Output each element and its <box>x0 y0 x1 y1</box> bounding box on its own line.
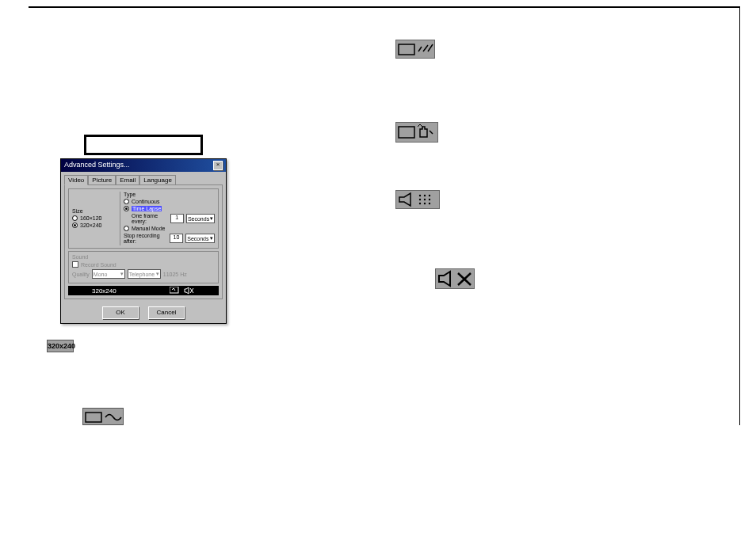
size-320[interactable]: 320×240 <box>72 222 116 228</box>
caption-placeholder <box>84 135 203 155</box>
svg-rect-2 <box>399 44 414 55</box>
stop-unit-select[interactable]: Seconds <box>185 234 215 243</box>
page-border: Advanced Settings... × Video Picture Ema… <box>29 6 740 425</box>
one-frame-label: One frame every: <box>132 213 168 224</box>
advanced-settings-dialog: Advanced Settings... × Video Picture Ema… <box>60 158 227 324</box>
manual-type-icon <box>395 122 438 143</box>
svg-point-4 <box>419 195 421 196</box>
ok-button[interactable]: OK <box>102 306 139 319</box>
screen-mini-icon <box>170 287 181 295</box>
quality-tele-select: Telephone <box>128 269 161 279</box>
status-size: 320x240 <box>92 287 116 295</box>
frame-value-input[interactable]: 1 <box>170 214 184 223</box>
left-column: Advanced Settings... × Video Picture Ema… <box>44 40 346 425</box>
sound-on-icon <box>395 190 440 209</box>
size-legend: Size <box>72 208 116 214</box>
svg-point-10 <box>419 203 421 204</box>
cancel-button[interactable]: Cancel <box>148 306 185 319</box>
tab-language[interactable]: Language <box>139 175 176 184</box>
svg-rect-0 <box>170 287 178 293</box>
type-manual[interactable]: Manual Mode <box>124 226 215 231</box>
svg-point-8 <box>424 199 426 200</box>
fieldset-size-type: Size 160×120 320×240 Type Continuous Tim… <box>68 188 219 249</box>
tab-picture[interactable]: Picture <box>88 175 116 184</box>
size-160[interactable]: 160×120 <box>72 215 116 221</box>
svg-point-9 <box>429 199 430 200</box>
record-sound-checkbox[interactable] <box>72 261 78 268</box>
quality-mono-select: Mono <box>92 269 125 279</box>
svg-point-7 <box>419 199 421 200</box>
size-badge-320: 320x240 <box>47 340 74 352</box>
dialog-title-text: Advanced Settings... <box>64 161 130 170</box>
sound-off-icon <box>435 268 475 289</box>
dialog-status-bar: 320x240 <box>68 286 219 295</box>
tab-video[interactable]: Video <box>64 175 88 185</box>
svg-rect-1 <box>86 413 101 422</box>
dialog-buttons: OK Cancel <box>61 302 226 323</box>
frame-unit-select[interactable]: Seconds <box>186 214 215 223</box>
sound-legend: Sound <box>72 254 215 260</box>
type-legend: Type <box>124 192 215 197</box>
svg-point-5 <box>424 195 426 196</box>
close-icon[interactable]: × <box>213 161 223 170</box>
stop-label: Stop recording after: <box>124 233 167 244</box>
size-group: Size 160×120 320×240 <box>72 208 116 230</box>
type-continuous[interactable]: Continuous <box>124 199 215 204</box>
stop-value-input[interactable]: 10 <box>170 234 184 243</box>
dialog-tabs: Video Picture Email Language <box>61 175 226 184</box>
svg-point-12 <box>429 203 430 204</box>
quality-hz: 11025 Hz <box>163 272 187 277</box>
type-group: Type Continuous Time Lapse One frame eve… <box>120 192 215 245</box>
continuous-type-icon <box>82 408 124 425</box>
tab-email[interactable]: Email <box>116 175 139 184</box>
right-column <box>393 40 724 425</box>
speaker-mute-mini-icon <box>184 287 195 295</box>
fieldset-sound: Sound Record Sound Quality Mono Telephon… <box>68 251 219 283</box>
svg-point-11 <box>424 203 426 204</box>
svg-point-6 <box>429 195 430 196</box>
quality-label: Quality <box>72 272 90 277</box>
dialog-titlebar: Advanced Settings... × <box>61 159 226 172</box>
time-lapse-type-icon <box>395 40 435 59</box>
type-time-lapse[interactable]: Time Lapse <box>124 206 215 211</box>
svg-rect-3 <box>399 127 414 138</box>
dialog-body: Size 160×120 320×240 Type Continuous Tim… <box>64 184 223 299</box>
